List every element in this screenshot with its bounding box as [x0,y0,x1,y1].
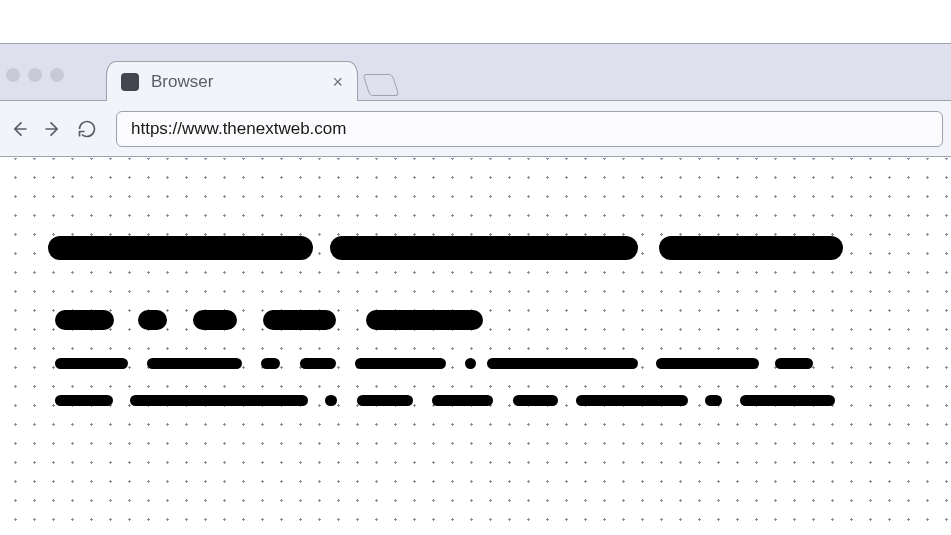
browser-tab[interactable]: Browser × [106,61,358,101]
headline-skeleton [659,236,843,260]
body-skeleton [55,358,128,369]
headline-skeleton [330,236,638,260]
body-skeleton [576,395,688,406]
body-skeleton [300,358,336,369]
window-zoom-dot[interactable] [50,68,64,82]
headline-skeleton [48,236,313,260]
body-skeleton [487,358,638,369]
window-close-dot[interactable] [6,68,20,82]
forward-button[interactable] [42,118,64,140]
window-minimize-dot[interactable] [28,68,42,82]
body-skeleton [432,395,493,406]
arrow-left-icon [9,119,29,139]
body-skeleton [55,395,113,406]
reload-button[interactable] [76,118,98,140]
tab-close-icon[interactable]: × [332,73,343,91]
new-tab-button[interactable] [362,74,399,96]
navigation-bar [0,101,951,157]
tab-title: Browser [151,72,320,92]
body-skeleton [705,395,722,406]
arrow-right-icon [43,119,63,139]
back-button[interactable] [8,118,30,140]
body-skeleton [513,395,558,406]
subhead-skeleton [193,310,237,330]
body-skeleton [357,395,413,406]
tab-strip: Browser × [0,43,951,101]
window-controls [6,68,64,82]
body-skeleton [656,358,759,369]
page-content-wireframe [0,158,951,535]
tab-favicon [121,73,139,91]
body-skeleton [261,358,280,369]
browser-chrome: Browser × [0,43,951,157]
subhead-skeleton [138,310,167,330]
body-skeleton [147,358,242,369]
subhead-skeleton [55,310,114,330]
url-input[interactable] [131,119,928,139]
address-bar[interactable] [116,111,943,147]
body-skeleton [130,395,308,406]
subhead-skeleton [263,310,336,330]
body-skeleton [325,395,337,406]
body-skeleton [740,395,835,406]
subhead-skeleton [366,310,483,330]
reload-icon [77,119,97,139]
body-skeleton [775,358,813,369]
body-skeleton [465,358,476,369]
body-skeleton [355,358,446,369]
